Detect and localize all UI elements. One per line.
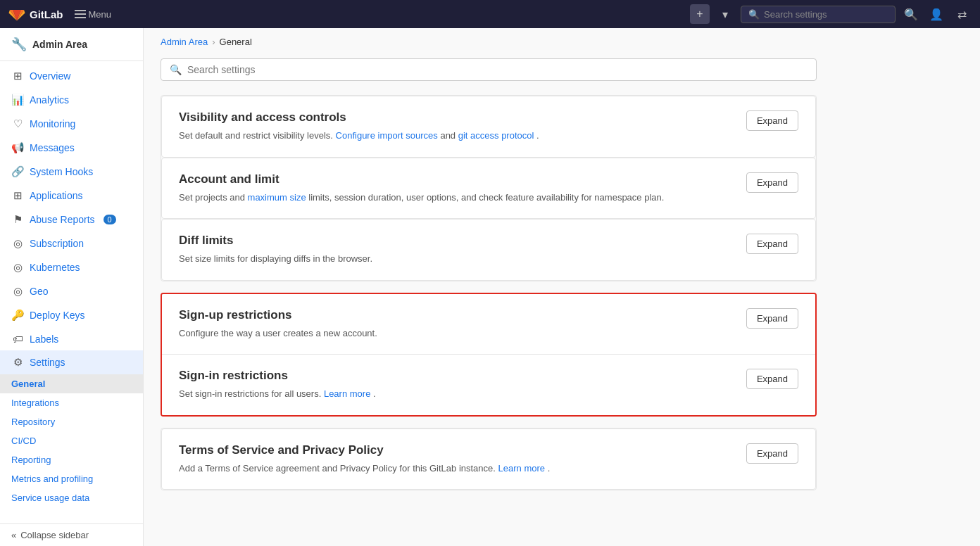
signup-restrictions-expand-button[interactable]: Expand [746,308,798,329]
overview-icon: ⊞ [11,70,24,82]
sidebar-item-overview[interactable]: ⊞ Overview [0,64,143,88]
messages-icon: 📢 [11,141,24,154]
gitlab-logo-icon [8,6,25,23]
sidebar-item-abuse-reports[interactable]: ⚑ Abuse Reports 0 [0,208,143,231]
terms-section: Terms of Service and Privacy Policy Add … [161,428,816,490]
collapse-icon: « [11,530,16,540]
regular-sections: Visibility and access controls Set defau… [161,95,817,281]
sidebar-item-label: Applications [30,190,83,201]
abuse-reports-icon: ⚑ [11,213,24,226]
breadcrumb: Admin Area › General [161,28,817,58]
terms-expand-button[interactable]: Expand [746,443,798,464]
sidebar-item-kubernetes[interactable]: ◎ Kubernetes [0,255,143,279]
chevron-icon[interactable]: ▾ [715,4,735,24]
sidebar-sub-item-cicd[interactable]: CI/CD [0,431,143,450]
section-desc: Set projects and maximum size limits, se… [179,191,732,205]
sidebar-item-geo[interactable]: ◎ Geo [0,279,143,303]
sidebar-item-messages[interactable]: 📢 Messages [0,136,143,160]
diff-limits-desc: Set size limits for displaying diffs in … [179,253,372,264]
signup-restrictions-section: Sign-up restrictions Configure the way a… [162,294,815,355]
visibility-expand-button[interactable]: Expand [746,110,798,131]
sidebar-sub-item-label: Integrations [11,398,59,408]
sidebar-header: 🔧 Admin Area [0,28,143,61]
section-desc: Configure the way a user creates a new a… [179,326,732,341]
sidebar-item-label: Kubernetes [30,262,80,273]
breadcrumb-separator: › [212,37,215,47]
sidebar-sub-item-service-usage[interactable]: Service usage data [0,488,143,507]
system-hooks-icon: 🔗 [11,165,24,178]
breadcrumb-parent[interactable]: Admin Area [161,37,208,47]
section-desc: Set sign-in restrictions for all users. … [179,387,732,401]
signin-restrictions-section: Sign-in restrictions Set sign-in restric… [162,355,815,415]
sidebar-item-label: Subscription [30,238,84,249]
sidebar-item-system-hooks[interactable]: 🔗 System Hooks [0,160,143,184]
sidebar-item-label: Geo [30,286,48,297]
sidebar-admin-label: Admin Area [32,39,87,50]
sidebar-sub-item-general[interactable]: General [0,374,143,393]
geo-icon: ◎ [11,285,24,298]
sidebar-sub-item-integrations[interactable]: Integrations [0,393,143,412]
applications-icon: ⊞ [11,189,24,202]
sidebar-item-monitoring[interactable]: ♡ Monitoring [0,112,143,136]
abuse-reports-badge: 0 [103,215,116,224]
sidebar-item-applications[interactable]: ⊞ Applications [0,184,143,208]
sidebar-navigation: ⊞ Overview 📊 Analytics ♡ Monitoring 📢 Me… [0,61,143,523]
section-title: Account and limit [179,172,732,186]
maximum-size-link[interactable]: maximum size [248,192,306,203]
sidebar-footer: « Collapse sidebar [0,523,143,546]
profile-button[interactable]: 👤 [926,4,946,24]
collapse-sidebar-button[interactable]: « Collapse sidebar [11,530,132,540]
search-button[interactable]: 🔍 [901,4,921,24]
section-title: Terms of Service and Privacy Policy [179,443,732,457]
search-icon: 🔍 [748,9,760,20]
sidebar-sub-item-repository[interactable]: Repository [0,412,143,431]
sidebar-item-label: Overview [30,70,70,82]
brand-name: GitLab [30,8,63,20]
menu-button[interactable]: Menu [75,9,112,20]
diff-limits-expand-button[interactable]: Expand [746,234,798,254]
labels-icon: 🏷 [11,333,24,345]
highlighted-sections: Sign-up restrictions Configure the way a… [161,293,817,417]
signin-learn-more-link[interactable]: Learn more [324,388,370,399]
sidebar-sub-item-reporting[interactable]: Reporting [0,450,143,469]
merge-requests-button[interactable]: ⇄ [952,4,972,24]
search-settings-box[interactable]: 🔍 [161,58,817,81]
sidebar-item-label: Labels [30,334,58,345]
sidebar: 🔧 Admin Area ⊞ Overview 📊 Analytics ♡ Mo… [0,28,144,546]
sidebar-item-label: Abuse Reports [30,214,95,225]
signup-restrictions-desc: Configure the way a user creates a new a… [179,328,377,338]
sidebar-item-labels[interactable]: 🏷 Labels [0,327,143,350]
sidebar-item-settings[interactable]: ⚙ Settings [0,350,143,374]
menu-label: Menu [89,9,112,20]
sidebar-item-deploy-keys[interactable]: 🔑 Deploy Keys [0,303,143,327]
section-title: Visibility and access controls [179,110,732,125]
brand-logo[interactable]: GitLab [8,6,63,23]
analytics-icon: 📊 [11,94,24,106]
terms-section-container: Terms of Service and Privacy Policy Add … [161,428,817,491]
section-desc: Set size limits for displaying diffs in … [179,252,732,266]
sidebar-sub-item-label: Reporting [11,455,51,465]
terms-learn-more-link[interactable]: Learn more [498,463,545,474]
top-navigation: GitLab Menu + ▾ 🔍 Search settings 🔍 👤 ⇄ [0,0,980,28]
git-access-link[interactable]: git access protocol [458,130,534,141]
sidebar-item-label: Monitoring [30,118,75,129]
search-settings-input[interactable] [187,64,808,75]
search-settings-icon: 🔍 [170,64,182,75]
sidebar-sub-item-metrics[interactable]: Metrics and profiling [0,469,143,488]
sidebar-item-subscription[interactable]: ◎ Subscription [0,231,143,255]
account-limit-expand-button[interactable]: Expand [746,172,798,193]
collapse-label: Collapse sidebar [20,530,89,540]
topnav-right: + ▾ 🔍 Search settings 🔍 👤 ⇄ [690,4,972,24]
configure-import-link[interactable]: Configure import sources [336,130,438,141]
admin-icon: 🔧 [11,37,27,52]
section-desc: Set default and restrict visibility leve… [179,129,732,143]
search-box[interactable]: 🔍 Search settings [741,6,896,23]
section-title: Diff limits [179,234,732,248]
create-new-button[interactable]: + [690,4,710,24]
hamburger-icon [75,10,86,18]
sidebar-sub-item-label: Service usage data [11,493,89,503]
sidebar-item-analytics[interactable]: 📊 Analytics [0,88,143,112]
sidebar-item-label: Analytics [30,94,69,106]
signin-restrictions-expand-button[interactable]: Expand [746,369,798,389]
section-title: Sign-in restrictions [179,369,732,383]
